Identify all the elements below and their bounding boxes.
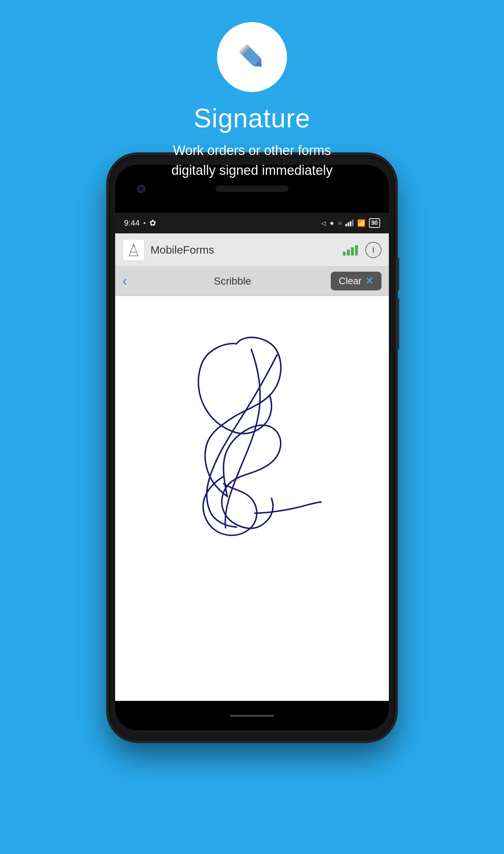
navigation-icon: ◁: [321, 220, 326, 227]
back-button[interactable]: ‹: [123, 274, 127, 289]
home-indicator: [230, 715, 274, 717]
clear-x-icon: ✕: [365, 275, 373, 287]
status-icon-2: ✿: [149, 218, 156, 228]
bottom-bezel: [115, 701, 389, 730]
earpiece-speaker: [215, 186, 289, 192]
status-right: ◁ ★ ⍾ 📶 90: [321, 218, 380, 228]
app-icon-circle: [217, 22, 287, 92]
status-time: 9:44: [124, 218, 140, 228]
app-logo: [123, 239, 145, 261]
header-area: Signature Work orders or other forms dig…: [0, 0, 504, 180]
svg-point-7: [132, 244, 135, 247]
front-camera: [137, 185, 145, 193]
phone-mockup: 9:44 ▪ ✿ ◁ ★ ⍾: [109, 155, 395, 741]
signal-bars: [345, 220, 354, 226]
phone-screen: 9:44 ▪ ✿ ◁ ★ ⍾: [115, 165, 389, 730]
mute-icon: ⍾: [338, 220, 342, 226]
status-bar: 9:44 ▪ ✿ ◁ ★ ⍾: [115, 213, 389, 233]
bluetooth-icon: ★: [329, 220, 334, 227]
page-title: Signature: [194, 103, 310, 133]
pencil-icon: [235, 40, 269, 74]
page-subtitle: Work orders or other forms digitally sig…: [171, 141, 333, 180]
app-name-label: MobileForms: [150, 244, 343, 256]
signature-canvas[interactable]: [115, 296, 389, 701]
phone-outer-shell: 9:44 ▪ ✿ ◁ ★ ⍾: [109, 155, 395, 741]
nav-bar: ‹ Scribble Clear ✕: [115, 267, 389, 296]
status-left: 9:44 ▪ ✿: [124, 218, 156, 228]
clear-button[interactable]: Clear ✕: [331, 272, 381, 290]
connection-signal: [343, 244, 358, 255]
signature-drawing: [115, 296, 389, 701]
app-bar: MobileForms i: [115, 233, 389, 267]
info-button[interactable]: i: [365, 242, 381, 258]
wifi-icon: 📶: [357, 219, 365, 227]
battery-indicator: 90: [369, 218, 380, 228]
nav-title: Scribble: [134, 275, 331, 287]
status-icon-1: ▪: [143, 220, 146, 226]
mobileforms-logo-icon: [125, 242, 142, 258]
